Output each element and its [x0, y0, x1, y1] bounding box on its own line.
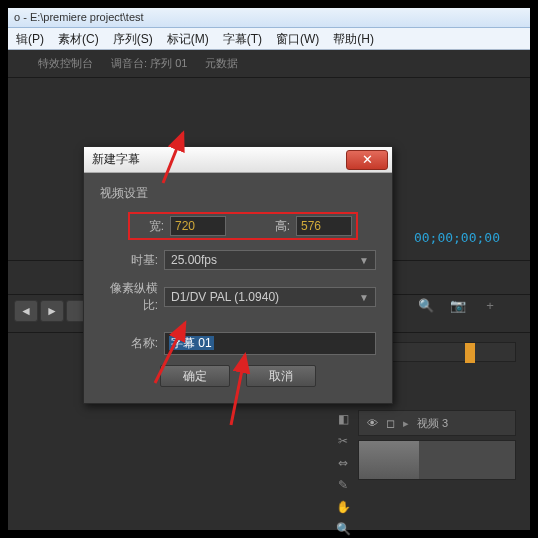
par-label: 像素纵横比:: [100, 280, 158, 314]
tool-zoom[interactable]: 🔍: [335, 522, 351, 538]
menu-clip[interactable]: 素材(C): [58, 31, 99, 46]
timebase-label: 时基:: [100, 252, 158, 269]
timebase-value: 25.00fps: [171, 253, 217, 267]
par-value: D1/DV PAL (1.0940): [171, 290, 279, 304]
video-track-header[interactable]: 👁 ◻ ▸ 视频 3: [358, 410, 516, 436]
menu-title[interactable]: 字幕(T): [223, 31, 262, 46]
workspace: 特效控制台 调音台: 序列 01 元数据 00;00;00;00 ◄ ► ⎕ 🔍…: [8, 50, 530, 530]
width-label: 宽:: [134, 218, 164, 235]
tool-razor[interactable]: ✂: [335, 434, 351, 450]
cancel-button[interactable]: 取消: [246, 365, 316, 387]
timecode-display: 00;00;00;00: [414, 230, 500, 245]
dimensions-highlight: 宽: 高:: [128, 212, 358, 240]
tool-rate[interactable]: ◧: [335, 412, 351, 428]
timebase-dropdown[interactable]: 25.00fps ▼: [164, 250, 376, 270]
tab-audio-mixer[interactable]: 调音台: 序列 01: [111, 56, 187, 71]
window-title: o - E:\premiere project\test: [8, 8, 530, 28]
name-label: 名称:: [100, 335, 158, 352]
video-track-lane[interactable]: [358, 440, 516, 480]
chevron-down-icon: ▼: [359, 255, 369, 266]
width-input[interactable]: [170, 216, 226, 236]
name-input[interactable]: 字幕 01: [164, 332, 376, 355]
menu-edit[interactable]: 辑(P): [16, 31, 44, 46]
name-input-value: 字幕 01: [169, 336, 214, 350]
close-icon: ✕: [362, 152, 373, 167]
dialog-titlebar[interactable]: 新建字幕 ✕: [84, 147, 392, 173]
search-icon[interactable]: 🔍: [416, 298, 436, 313]
tool-slip[interactable]: ⇔: [335, 456, 351, 472]
tool-btn-1[interactable]: ◄: [14, 300, 38, 322]
height-input[interactable]: [296, 216, 352, 236]
tool-pen[interactable]: ✎: [335, 478, 351, 494]
menu-window[interactable]: 窗口(W): [276, 31, 319, 46]
par-dropdown[interactable]: D1/DV PAL (1.0940) ▼: [164, 287, 376, 307]
dialog-title-text: 新建字幕: [92, 151, 140, 168]
eye-icon[interactable]: 👁: [367, 417, 378, 429]
playhead-marker[interactable]: [465, 343, 475, 363]
right-icon-row: 🔍 📷 +: [416, 298, 500, 313]
ok-button[interactable]: 确定: [160, 365, 230, 387]
chevron-down-icon: ▼: [359, 292, 369, 303]
menu-help[interactable]: 帮助(H): [333, 31, 374, 46]
tool-hand[interactable]: ✋: [335, 500, 351, 516]
tab-effect-controls[interactable]: 特效控制台: [38, 56, 93, 71]
menu-sequence[interactable]: 序列(S): [113, 31, 153, 46]
plus-icon[interactable]: +: [480, 298, 500, 313]
panel-tabs: 特效控制台 调音台: 序列 01 元数据: [8, 50, 530, 78]
camera-icon[interactable]: 📷: [448, 298, 468, 313]
tab-metadata[interactable]: 元数据: [205, 56, 238, 71]
menu-bar: 辑(P) 素材(C) 序列(S) 标记(M) 字幕(T) 窗口(W) 帮助(H): [8, 28, 530, 50]
track-label: 视频 3: [417, 416, 448, 431]
menu-marker[interactable]: 标记(M): [167, 31, 209, 46]
lock-icon[interactable]: ◻: [386, 417, 395, 430]
close-button[interactable]: ✕: [346, 150, 388, 170]
video-clip[interactable]: [359, 441, 419, 479]
tool-btn-2[interactable]: ►: [40, 300, 64, 322]
height-label: 高:: [260, 218, 290, 235]
video-settings-label: 视频设置: [100, 185, 376, 202]
new-title-dialog: 新建字幕 ✕ 视频设置 宽: 高: 时基:: [83, 146, 393, 404]
